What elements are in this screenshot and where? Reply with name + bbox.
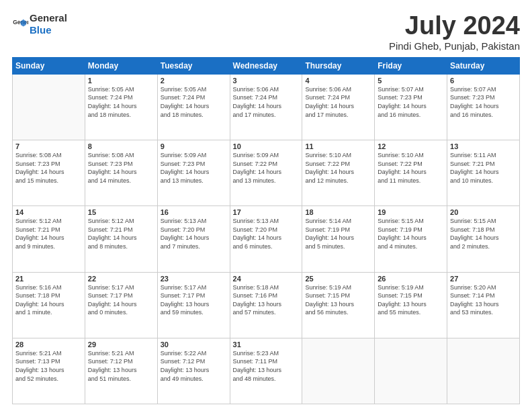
calendar-header-friday: Friday	[375, 57, 447, 74]
calendar-cell: 12Sunrise: 5:10 AM Sunset: 7:22 PM Dayli…	[375, 140, 447, 206]
calendar-cell: 8Sunrise: 5:08 AM Sunset: 7:23 PM Daylig…	[85, 140, 157, 206]
calendar-cell: 10Sunrise: 5:09 AM Sunset: 7:22 PM Dayli…	[230, 140, 302, 206]
day-number: 16	[161, 208, 227, 216]
day-number: 23	[161, 275, 227, 283]
day-number: 30	[161, 340, 227, 349]
day-info: Sunrise: 5:13 AM Sunset: 7:20 PM Dayligh…	[233, 217, 300, 250]
header: General General Blue July 2024 Pindi Ghe…	[12, 12, 520, 52]
calendar-week-3: 14Sunrise: 5:12 AM Sunset: 7:21 PM Dayli…	[13, 206, 520, 272]
calendar-cell	[13, 74, 85, 140]
logo-text: General Blue	[30, 12, 67, 36]
day-info: Sunrise: 5:19 AM Sunset: 7:15 PM Dayligh…	[305, 283, 371, 317]
day-number: 27	[450, 275, 517, 283]
calendar-cell: 11Sunrise: 5:10 AM Sunset: 7:22 PM Dayli…	[302, 140, 375, 206]
day-info: Sunrise: 5:08 AM Sunset: 7:23 PM Dayligh…	[15, 151, 82, 185]
calendar-cell: 6Sunrise: 5:07 AM Sunset: 7:23 PM Daylig…	[447, 74, 520, 140]
day-number: 3	[233, 77, 300, 85]
calendar-cell: 14Sunrise: 5:12 AM Sunset: 7:21 PM Dayli…	[13, 206, 85, 272]
day-info: Sunrise: 5:13 AM Sunset: 7:20 PM Dayligh…	[161, 217, 227, 250]
day-info: Sunrise: 5:06 AM Sunset: 7:24 PM Dayligh…	[305, 85, 371, 119]
day-info: Sunrise: 5:05 AM Sunset: 7:24 PM Dayligh…	[161, 85, 227, 119]
day-number: 25	[305, 275, 371, 283]
calendar-header-sunday: Sunday	[13, 57, 85, 74]
calendar-header-tuesday: Tuesday	[157, 57, 230, 74]
day-info: Sunrise: 5:17 AM Sunset: 7:17 PM Dayligh…	[88, 283, 154, 317]
day-info: Sunrise: 5:11 AM Sunset: 7:21 PM Dayligh…	[450, 151, 517, 185]
calendar-cell	[302, 338, 375, 404]
calendar-week-5: 28Sunrise: 5:21 AM Sunset: 7:13 PM Dayli…	[13, 338, 520, 404]
day-number: 17	[233, 208, 300, 216]
calendar-cell: 22Sunrise: 5:17 AM Sunset: 7:17 PM Dayli…	[85, 272, 157, 338]
day-info: Sunrise: 5:18 AM Sunset: 7:16 PM Dayligh…	[233, 283, 300, 317]
day-number: 19	[378, 208, 444, 216]
calendar-cell: 24Sunrise: 5:18 AM Sunset: 7:16 PM Dayli…	[230, 272, 302, 338]
calendar: SundayMondayTuesdayWednesdayThursdayFrid…	[12, 57, 520, 404]
logo-blue: Blue	[30, 24, 52, 36]
day-number: 14	[15, 208, 82, 216]
day-number: 4	[305, 77, 371, 85]
day-info: Sunrise: 5:12 AM Sunset: 7:21 PM Dayligh…	[15, 217, 82, 250]
calendar-header-saturday: Saturday	[447, 57, 520, 74]
day-info: Sunrise: 5:09 AM Sunset: 7:22 PM Dayligh…	[233, 151, 300, 185]
day-info: Sunrise: 5:21 AM Sunset: 7:13 PM Dayligh…	[15, 349, 82, 383]
day-number: 11	[305, 142, 371, 150]
day-info: Sunrise: 5:22 AM Sunset: 7:12 PM Dayligh…	[161, 349, 227, 383]
title-block: July 2024 Pindi Gheb, Punjab, Pakistan	[389, 12, 520, 52]
day-number: 9	[161, 142, 227, 150]
logo-general: General	[30, 12, 67, 24]
calendar-cell: 27Sunrise: 5:20 AM Sunset: 7:14 PM Dayli…	[447, 272, 520, 338]
day-number: 15	[88, 208, 154, 216]
logo: General General Blue	[12, 12, 67, 36]
day-info: Sunrise: 5:16 AM Sunset: 7:18 PM Dayligh…	[15, 283, 82, 317]
day-number: 22	[88, 275, 154, 283]
calendar-cell: 18Sunrise: 5:14 AM Sunset: 7:19 PM Dayli…	[302, 206, 375, 272]
calendar-cell: 9Sunrise: 5:09 AM Sunset: 7:23 PM Daylig…	[157, 140, 230, 206]
day-info: Sunrise: 5:10 AM Sunset: 7:22 PM Dayligh…	[305, 151, 371, 185]
day-info: Sunrise: 5:10 AM Sunset: 7:22 PM Dayligh…	[378, 151, 444, 185]
calendar-week-4: 21Sunrise: 5:16 AM Sunset: 7:18 PM Dayli…	[13, 272, 520, 338]
calendar-header-monday: Monday	[85, 57, 157, 74]
calendar-cell: 7Sunrise: 5:08 AM Sunset: 7:23 PM Daylig…	[13, 140, 85, 206]
day-number: 29	[88, 340, 154, 349]
calendar-header-wednesday: Wednesday	[230, 57, 302, 74]
day-number: 12	[378, 142, 444, 150]
day-number: 20	[450, 208, 517, 216]
day-info: Sunrise: 5:12 AM Sunset: 7:21 PM Dayligh…	[88, 217, 154, 250]
calendar-cell: 26Sunrise: 5:19 AM Sunset: 7:15 PM Dayli…	[375, 272, 447, 338]
day-number: 21	[15, 275, 82, 283]
calendar-cell: 4Sunrise: 5:06 AM Sunset: 7:24 PM Daylig…	[302, 74, 375, 140]
day-info: Sunrise: 5:23 AM Sunset: 7:11 PM Dayligh…	[233, 349, 300, 383]
day-info: Sunrise: 5:05 AM Sunset: 7:24 PM Dayligh…	[88, 85, 154, 119]
day-number: 2	[161, 77, 227, 85]
day-number: 31	[233, 340, 300, 349]
calendar-cell: 17Sunrise: 5:13 AM Sunset: 7:20 PM Dayli…	[230, 206, 302, 272]
calendar-cell	[375, 338, 447, 404]
day-number: 5	[378, 77, 444, 85]
calendar-cell: 5Sunrise: 5:07 AM Sunset: 7:23 PM Daylig…	[375, 74, 447, 140]
day-info: Sunrise: 5:06 AM Sunset: 7:24 PM Dayligh…	[233, 85, 300, 119]
day-number: 24	[233, 275, 300, 283]
day-number: 28	[15, 340, 82, 349]
day-number: 13	[450, 142, 517, 150]
calendar-cell: 1Sunrise: 5:05 AM Sunset: 7:24 PM Daylig…	[85, 74, 157, 140]
day-info: Sunrise: 5:15 AM Sunset: 7:19 PM Dayligh…	[378, 217, 444, 250]
calendar-cell: 23Sunrise: 5:17 AM Sunset: 7:17 PM Dayli…	[157, 272, 230, 338]
calendar-cell: 13Sunrise: 5:11 AM Sunset: 7:21 PM Dayli…	[447, 140, 520, 206]
calendar-cell: 16Sunrise: 5:13 AM Sunset: 7:20 PM Dayli…	[157, 206, 230, 272]
calendar-cell	[447, 338, 520, 404]
day-info: Sunrise: 5:20 AM Sunset: 7:14 PM Dayligh…	[450, 283, 517, 317]
day-info: Sunrise: 5:19 AM Sunset: 7:15 PM Dayligh…	[378, 283, 444, 317]
day-number: 10	[233, 142, 300, 150]
calendar-header-thursday: Thursday	[302, 57, 375, 74]
calendar-cell: 30Sunrise: 5:22 AM Sunset: 7:12 PM Dayli…	[157, 338, 230, 404]
day-info: Sunrise: 5:14 AM Sunset: 7:19 PM Dayligh…	[305, 217, 371, 250]
calendar-header-row: SundayMondayTuesdayWednesdayThursdayFrid…	[13, 57, 520, 74]
calendar-cell: 29Sunrise: 5:21 AM Sunset: 7:12 PM Dayli…	[85, 338, 157, 404]
calendar-cell: 2Sunrise: 5:05 AM Sunset: 7:24 PM Daylig…	[157, 74, 230, 140]
calendar-cell: 25Sunrise: 5:19 AM Sunset: 7:15 PM Dayli…	[302, 272, 375, 338]
day-info: Sunrise: 5:07 AM Sunset: 7:23 PM Dayligh…	[378, 85, 444, 119]
calendar-cell: 3Sunrise: 5:06 AM Sunset: 7:24 PM Daylig…	[230, 74, 302, 140]
calendar-cell: 31Sunrise: 5:23 AM Sunset: 7:11 PM Dayli…	[230, 338, 302, 404]
calendar-cell: 19Sunrise: 5:15 AM Sunset: 7:19 PM Dayli…	[375, 206, 447, 272]
day-number: 1	[88, 77, 154, 85]
